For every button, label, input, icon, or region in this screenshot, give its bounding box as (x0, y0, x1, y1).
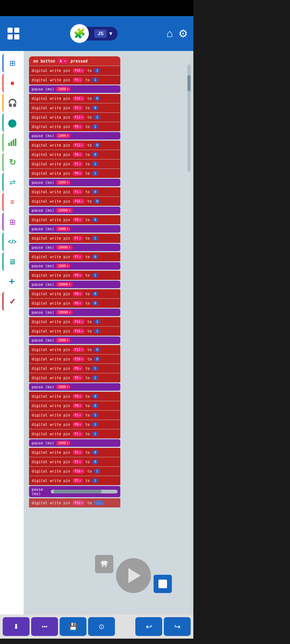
pin-p1-2[interactable]: P1 ▾ (73, 189, 83, 194)
pause-block-8[interactable]: pause (ms) 10000 ▾ (29, 281, 120, 288)
pin-p16-1[interactable]: P16 ▾ (73, 68, 85, 73)
pin-p1-4[interactable]: P1 ▾ (73, 254, 83, 259)
pin-p16-6[interactable]: P16 ▾ (73, 469, 85, 474)
pause-block-5[interactable]: pause (ms) 1000 ▾ (29, 225, 120, 233)
pause-val-11[interactable]: 1000 ▾ (56, 385, 71, 389)
pin-p1-5[interactable]: P1 ▾ (73, 431, 83, 436)
pause-val-8[interactable]: 10000 ▾ (56, 282, 73, 287)
pin-p0-5[interactable]: P0 ▾ (73, 375, 83, 380)
val-0-5[interactable]: 0 (92, 189, 98, 194)
pause-block-3[interactable]: pause (ms) 1000 ▾ (29, 179, 120, 186)
pause-block-12[interactable]: pause (ms) 1000 ▾ (29, 439, 120, 447)
pause-block-10[interactable]: pause (ms) 1000 ▾ (29, 336, 120, 344)
sidebar-item-add[interactable]: + (2, 272, 21, 291)
pause-val-3[interactable]: 1000 ▾ (56, 180, 71, 185)
val-0-3[interactable]: 0 (94, 143, 100, 148)
val-1-1[interactable]: 1 (94, 68, 100, 73)
pin-p1-6[interactable]: P1 ▾ (73, 459, 83, 464)
puzzle-button[interactable]: 🧩 (70, 24, 89, 43)
pause-val-2[interactable]: 1000 ▾ (56, 133, 71, 138)
sidebar-item-headphone[interactable]: 🎧 (2, 93, 21, 112)
val-1-8[interactable]: 1 (92, 273, 98, 278)
val-1-11[interactable]: 1 (92, 366, 98, 371)
pin-p8-4[interactable]: P8 ▾ (73, 366, 83, 371)
pin-p16-4[interactable]: P16 ▾ (73, 329, 85, 334)
pin-p0-3[interactable]: P0 ▾ (73, 291, 83, 296)
sidebar-item-refresh[interactable]: ↻ (2, 153, 21, 172)
pin-p2-4[interactable]: P2 ▾ (73, 450, 83, 455)
event-block[interactable]: on button A ▾ pressed (29, 56, 120, 66)
val-1-15[interactable]: 1 (92, 431, 98, 436)
sidebar-item-monitor[interactable]: 🖥 (2, 252, 21, 271)
redo-button[interactable]: ↪ (164, 617, 191, 636)
val-0-2[interactable]: 0 (92, 105, 98, 110)
val-1-10[interactable]: 1 (94, 329, 100, 334)
pause-val-1[interactable]: 1000 ▾ (56, 87, 71, 92)
pin-p1-3[interactable]: P1 ▾ (73, 236, 83, 241)
pause-block-4[interactable]: pause (ms) 10000 ▾ (29, 207, 120, 214)
pause-block-7[interactable]: pause (ms) 1000 ▾ (29, 262, 120, 270)
val-1-4[interactable]: 1 (92, 124, 98, 129)
pin-p2-5[interactable]: P2 ▾ (73, 478, 83, 483)
pause-val-12[interactable]: 1000 ▾ (56, 441, 71, 445)
pause-block-13[interactable]: pause (ms) (29, 486, 120, 497)
val-1-7[interactable]: 1 (92, 236, 98, 241)
val-0-8[interactable]: 0 (92, 254, 98, 259)
pause-block-2[interactable]: pause (ms) 1000 ▾ (29, 132, 120, 140)
val-0-13[interactable]: 0 (92, 394, 98, 399)
home-icon[interactable]: ⌂ (166, 27, 173, 40)
val-1-17[interactable]: 1 (92, 478, 98, 483)
val-0-14[interactable]: 0 (92, 403, 98, 408)
horizontal-scrollbar[interactable] (51, 490, 118, 493)
val-0-7[interactable]: 0 (92, 217, 98, 222)
pin-p12-3[interactable]: P12 ▾ (73, 319, 85, 324)
pin-p1-1[interactable]: P1 ▾ (73, 162, 83, 166)
pin-p12-2[interactable]: P12 ▾ (73, 143, 85, 148)
sidebar-item-toggle[interactable]: ⬤ (2, 113, 21, 132)
val-0-10[interactable]: 0 (92, 301, 98, 306)
val-1-12[interactable]: 1 (92, 375, 98, 380)
sidebar-item-code[interactable]: </> (2, 232, 21, 251)
val-0-1[interactable]: 0 (94, 96, 100, 101)
pin-p8-1[interactable]: P8 ▾ (73, 124, 83, 129)
h-scroll-thumb[interactable] (53, 490, 102, 493)
play-button[interactable] (116, 558, 151, 593)
stop-button[interactable] (154, 575, 172, 593)
val-0-15[interactable]: 0 (92, 450, 98, 455)
scrollbar-thumb[interactable] (187, 75, 191, 91)
val-1-16[interactable]: 1 (94, 469, 100, 474)
pin-p2-3[interactable]: P2 ▾ (73, 413, 83, 418)
val-0-11[interactable]: 0 (94, 347, 100, 352)
val-1-9[interactable]: 1 (94, 319, 100, 324)
vertical-scrollbar[interactable] (187, 64, 191, 172)
pin-p16-2[interactable]: P16 ▾ (73, 96, 85, 101)
button-badge[interactable]: A ▾ (57, 58, 68, 64)
pause-val-10[interactable]: 1000 ▾ (56, 338, 71, 343)
pin-p0-1[interactable]: P0 ▾ (73, 171, 83, 176)
val-0-9[interactable]: 0 (92, 291, 98, 296)
sidebar-item-menu[interactable]: ≡ (2, 193, 21, 211)
more-button[interactable]: ••• (31, 617, 58, 636)
pin-p16-3[interactable]: P16 ▾ (73, 199, 85, 204)
settings-icon[interactable]: ⚙ (178, 27, 188, 40)
pin-p8-6[interactable]: P8 ▾ (73, 422, 83, 427)
pin-p12-4[interactable]: P12 ▾ (73, 347, 85, 352)
pause-val-9[interactable]: 10000 ▾ (56, 310, 73, 315)
val-0-4[interactable]: 0 (92, 152, 98, 157)
undo-button[interactable]: ↩ (135, 617, 162, 636)
pause-val-7[interactable]: 1000 ▾ (56, 264, 71, 268)
sidebar-item-chart[interactable] (2, 133, 21, 152)
pause-block-9[interactable]: pause (ms) 10000 ▾ (29, 309, 120, 316)
sidebar-item-circle[interactable]: ● (2, 74, 21, 92)
val-0-12[interactable]: 0 (94, 357, 100, 361)
pin-p8-5[interactable]: P8 ▾ (73, 394, 83, 399)
code-canvas[interactable]: on button A ▾ pressed digital write pin … (24, 51, 193, 614)
sidebar-item-calc[interactable]: ⊞ (2, 213, 21, 231)
pause-block-11[interactable]: pause (ms) 1000 ▾ (29, 383, 120, 391)
pin-p12-last[interactable]: P12 ▾ (73, 500, 85, 505)
val-0-16[interactable]: 0 (92, 459, 98, 464)
pin-p0-4[interactable]: P0 ▾ (73, 301, 83, 306)
pause-val-4[interactable]: 10000 ▾ (56, 208, 73, 213)
download-button[interactable]: ⬇ (3, 617, 30, 636)
pin-p2-2[interactable]: P2 ▾ (73, 105, 83, 110)
